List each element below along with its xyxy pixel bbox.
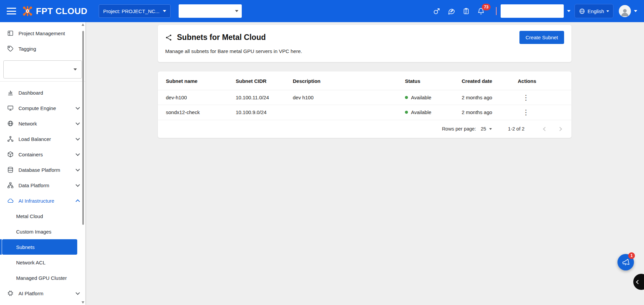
sidebar-item-label: Project Management xyxy=(18,31,79,36)
sidebar-divider xyxy=(0,81,85,82)
sidebar-subitem-metal-cloud[interactable]: Metal Cloud xyxy=(0,208,85,224)
project-selector[interactable]: Project: PROJECT_NC... xyxy=(99,4,171,18)
chevron-down-icon xyxy=(74,68,77,70)
load-balancer-icon xyxy=(7,135,14,143)
sidebar-scrollbar[interactable] xyxy=(81,22,85,305)
monitor-icon xyxy=(7,104,14,112)
row-actions-kebab-button[interactable]: ⋮ xyxy=(520,108,532,117)
topbar-secondary-select[interactable] xyxy=(501,4,564,18)
data-platform-icon xyxy=(7,182,14,189)
logo-text: FPT CLOUD xyxy=(36,6,87,16)
globe-icon xyxy=(579,8,585,14)
survey-clipboard-button[interactable] xyxy=(459,4,474,18)
chevron-down-icon xyxy=(76,152,80,156)
column-header-subnet-name: Subnet name xyxy=(158,71,232,90)
hamburger-menu-button[interactable] xyxy=(7,8,16,14)
sidebar-item-tagging[interactable]: Tagging xyxy=(0,41,85,56)
announcements-fab-button[interactable]: 1 xyxy=(617,254,634,270)
cell-subnet-name: dev-h100 xyxy=(158,90,232,105)
fpt-logo-icon xyxy=(21,5,34,17)
chevron-down-icon xyxy=(76,136,80,141)
clipboard-icon xyxy=(463,7,470,15)
next-page-button[interactable] xyxy=(553,122,566,135)
main-content: Subnets for Metal Cloud Create Subnet Ma… xyxy=(85,22,644,305)
sidebar-item-ai-platform[interactable]: AI Platform xyxy=(0,286,85,301)
project-management-icon xyxy=(7,30,14,37)
cell-description: dev h100 xyxy=(289,90,402,105)
person-icon xyxy=(620,7,630,17)
box-icon xyxy=(7,151,14,158)
table-row[interactable]: dev-h100 10.100.11.0/24 dev h100 Availab… xyxy=(158,90,571,105)
sidebar-item-data-platform[interactable]: Data Platform xyxy=(0,177,85,193)
chevron-down-icon xyxy=(76,105,80,110)
page-title: Subnets for Metal Cloud xyxy=(177,33,266,42)
topbar: FPT CLOUD Project: PROJECT_NC... 73 xyxy=(0,0,644,22)
column-header-created-date: Created date xyxy=(458,71,514,90)
chevron-down-icon xyxy=(76,167,80,171)
row-actions-kebab-button[interactable]: ⋮ xyxy=(520,93,532,102)
rows-per-page-select[interactable]: 25 xyxy=(481,126,492,132)
rows-per-page-value: 25 xyxy=(481,126,486,132)
share-icon xyxy=(165,34,173,41)
sidebar-item-containers[interactable]: Containers xyxy=(0,147,85,162)
sidebar-subitem-label: Subnets xyxy=(16,244,35,250)
mars-icon-button[interactable] xyxy=(429,4,444,18)
cell-created-date: 2 months ago xyxy=(458,90,514,105)
previous-page-button[interactable] xyxy=(539,122,551,135)
chevron-down-icon xyxy=(489,128,492,130)
announcement-badge: 1 xyxy=(628,252,635,259)
chevron-down-icon xyxy=(634,10,637,12)
sidebar-item-compute-engine[interactable]: Compute Engine xyxy=(0,100,85,116)
table-header-row: Subnet name Subnet CIDR Description Stat… xyxy=(158,71,571,90)
sidebar-subitem-custom-images[interactable]: Custom Images xyxy=(0,224,85,239)
status-label: Available xyxy=(411,95,431,100)
chevron-down-icon xyxy=(76,121,80,125)
create-subnet-button[interactable]: Create Subnet xyxy=(519,31,564,44)
pagination-range: 1-2 of 2 xyxy=(508,126,524,132)
fpt-cloud-logo[interactable]: FPT CLOUD xyxy=(21,5,87,17)
scroll-up-arrow[interactable] xyxy=(82,23,84,26)
megaphone-icon xyxy=(621,257,630,267)
sidebar-scope-select[interactable] xyxy=(3,60,82,79)
scroll-down-arrow[interactable] xyxy=(82,301,84,304)
sidebar-subitem-managed-gpu-cluster[interactable]: Managed GPU Cluster xyxy=(0,270,85,286)
sidebar-subitem-label: Network ACL xyxy=(16,260,46,265)
sidebar-item-network[interactable]: Network xyxy=(0,116,85,131)
sidebar-item-label: Load Balancer xyxy=(18,136,76,142)
chevron-down-icon[interactable] xyxy=(567,10,570,12)
status-label: Available xyxy=(411,109,431,115)
sidebar-item-label: Dashboard xyxy=(18,90,79,96)
sidebar-subitem-network-acl[interactable]: Network ACL xyxy=(0,255,85,270)
cell-description xyxy=(289,105,402,120)
cell-subnet-cidr: 10.100.9.0/24 xyxy=(232,105,289,120)
column-header-subnet-cidr: Subnet CIDR xyxy=(232,71,289,90)
column-header-status: Status xyxy=(402,71,458,90)
tag-icon xyxy=(7,45,14,52)
chevron-up-icon xyxy=(76,199,80,204)
sidebar-subitem-subnets[interactable]: Subnets xyxy=(2,239,77,255)
vpc-selector[interactable] xyxy=(179,4,242,18)
database-icon xyxy=(7,166,14,173)
sidebar-item-load-balancer[interactable]: Load Balancer xyxy=(0,131,85,147)
scrollbar-thumb[interactable] xyxy=(82,31,84,225)
table-row[interactable]: sondx12-check 10.100.9.0/24 Available 2 … xyxy=(158,105,571,120)
subnets-table: Subnet name Subnet CIDR Description Stat… xyxy=(158,71,571,120)
cell-status: Available xyxy=(402,105,458,120)
notifications-button[interactable]: 73 xyxy=(474,4,489,18)
cell-subnet-name: sondx12-check xyxy=(158,105,232,120)
sidebar-item-label: AI Infrastructure xyxy=(18,198,76,204)
language-selector[interactable]: English xyxy=(574,4,613,18)
language-label: English xyxy=(588,8,604,14)
sidebar-item-database-platform[interactable]: Database Platform xyxy=(0,162,85,177)
status-dot-green xyxy=(405,96,408,99)
sidebar-item-dashboard[interactable]: Dashboard xyxy=(0,85,85,100)
sidebar-item-project-management[interactable]: Project Management xyxy=(0,26,85,41)
column-header-actions: Actions xyxy=(514,71,571,90)
globe-icon xyxy=(7,120,14,127)
account-menu-button[interactable] xyxy=(619,5,637,17)
feedback-chat-button[interactable] xyxy=(444,4,459,18)
sidebar-item-ai-infrastructure[interactable]: AI Infrastructure xyxy=(0,193,85,208)
cell-status: Available xyxy=(402,90,458,105)
chevron-down-icon xyxy=(163,10,166,12)
subnets-table-card: Subnet name Subnet CIDR Description Stat… xyxy=(158,71,571,138)
